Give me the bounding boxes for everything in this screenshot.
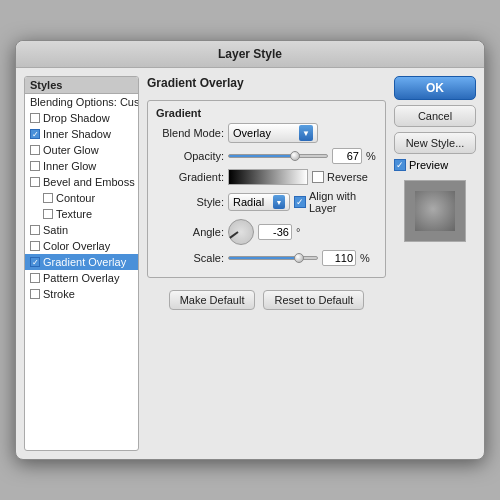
cancel-button[interactable]: Cancel: [394, 105, 476, 127]
styles-label-bevel-emboss: Bevel and Emboss: [43, 176, 135, 188]
opacity-slider[interactable]: [228, 154, 328, 158]
preview-inner: [415, 191, 455, 231]
preview-label: Preview: [409, 159, 448, 171]
blend-mode-arrow: ▼: [299, 125, 313, 141]
checkbox-texture[interactable]: [43, 209, 53, 219]
styles-label-stroke: Stroke: [43, 288, 75, 300]
styles-item-inner-glow[interactable]: Inner Glow: [25, 158, 138, 174]
main-content: Gradient Overlay Gradient Blend Mode: Ov…: [147, 76, 386, 451]
preview-checkbox[interactable]: ✓: [394, 159, 406, 171]
styles-item-contour[interactable]: Contour: [25, 190, 138, 206]
styles-item-stroke[interactable]: Stroke: [25, 286, 138, 302]
opacity-row: Opacity: %: [156, 148, 377, 164]
gradient-section-title: Gradient: [156, 107, 377, 119]
styles-item-pattern-overlay[interactable]: Pattern Overlay: [25, 270, 138, 286]
align-checkbox[interactable]: ✓: [294, 196, 306, 208]
angle-input[interactable]: [258, 224, 292, 240]
styles-item-drop-shadow[interactable]: Drop Shadow: [25, 110, 138, 126]
gradient-section: Gradient Blend Mode: Overlay ▼ Opacity:: [147, 100, 386, 278]
scale-input[interactable]: [322, 250, 356, 266]
scale-percent: %: [360, 252, 370, 264]
opacity-thumb[interactable]: [290, 151, 300, 161]
align-with-layer-label: Align with Layer: [309, 190, 377, 214]
opacity-percent: %: [366, 150, 376, 162]
styles-label-inner-glow: Inner Glow: [43, 160, 96, 172]
styles-item-outer-glow[interactable]: Outer Glow: [25, 142, 138, 158]
styles-item-satin[interactable]: Satin: [25, 222, 138, 238]
ok-button[interactable]: OK: [394, 76, 476, 100]
styles-label-drop-shadow: Drop Shadow: [43, 112, 110, 124]
blend-mode-select[interactable]: Overlay ▼: [228, 123, 318, 143]
styles-label-gradient-overlay: Gradient Overlay: [43, 256, 126, 268]
styles-item-color-overlay[interactable]: Color Overlay: [25, 238, 138, 254]
new-style-button[interactable]: New Style...: [394, 132, 476, 154]
styles-item-texture[interactable]: Texture: [25, 206, 138, 222]
styles-label-contour: Contour: [56, 192, 95, 204]
scale-thumb[interactable]: [294, 253, 304, 263]
style-row: Style: Radial ▼ ✓ Align with Layer: [156, 190, 377, 214]
checkbox-outer-glow[interactable]: [30, 145, 40, 155]
styles-panel: Styles Blending Options: CustomDrop Shad…: [24, 76, 139, 451]
styles-item-gradient-overlay[interactable]: ✓Gradient Overlay: [25, 254, 138, 270]
gradient-row: Gradient: Reverse: [156, 169, 377, 185]
scale-row: Scale: %: [156, 250, 377, 266]
checkbox-drop-shadow[interactable]: [30, 113, 40, 123]
angle-dial[interactable]: [228, 219, 254, 245]
style-label: Style:: [156, 196, 224, 208]
checkbox-bevel-emboss[interactable]: [30, 177, 40, 187]
checkbox-pattern-overlay[interactable]: [30, 273, 40, 283]
right-panel: OK Cancel New Style... ✓ Preview: [394, 76, 476, 451]
checkbox-inner-glow[interactable]: [30, 161, 40, 171]
scale-label: Scale:: [156, 252, 224, 264]
opacity-label: Opacity:: [156, 150, 224, 162]
checkbox-satin[interactable]: [30, 225, 40, 235]
blend-mode-value: Overlay: [233, 127, 271, 139]
make-default-button[interactable]: Make Default: [169, 290, 256, 310]
styles-item-bevel-emboss[interactable]: Bevel and Emboss: [25, 174, 138, 190]
checkbox-inner-shadow[interactable]: ✓: [30, 129, 40, 139]
gradient-swatch[interactable]: [228, 169, 308, 185]
checkbox-gradient-overlay[interactable]: ✓: [30, 257, 40, 267]
blend-mode-label: Blend Mode:: [156, 127, 224, 139]
styles-label-outer-glow: Outer Glow: [43, 144, 99, 156]
styles-label-satin: Satin: [43, 224, 68, 236]
styles-label-blending-options: Blending Options: Custom: [30, 96, 139, 108]
styles-label-inner-shadow: Inner Shadow: [43, 128, 111, 140]
angle-label: Angle:: [156, 226, 224, 238]
styles-header: Styles: [25, 77, 138, 94]
angle-line: [229, 231, 238, 238]
reverse-label: Reverse: [327, 171, 368, 183]
style-arrow: ▼: [273, 195, 285, 209]
scale-slider[interactable]: [228, 256, 318, 260]
checkbox-contour[interactable]: [43, 193, 53, 203]
align-checkbox-label[interactable]: ✓ Align with Layer: [294, 190, 377, 214]
checkbox-color-overlay[interactable]: [30, 241, 40, 251]
styles-label-texture: Texture: [56, 208, 92, 220]
style-value: Radial: [233, 196, 264, 208]
angle-degrees: °: [296, 226, 300, 238]
angle-row: Angle: °: [156, 219, 377, 245]
styles-item-inner-shadow[interactable]: ✓Inner Shadow: [25, 126, 138, 142]
style-select[interactable]: Radial ▼: [228, 193, 290, 211]
dialog-title: Layer Style: [16, 41, 484, 68]
styles-label-pattern-overlay: Pattern Overlay: [43, 272, 119, 284]
reverse-checkbox-label[interactable]: Reverse: [312, 171, 368, 183]
reverse-checkbox[interactable]: [312, 171, 324, 183]
layer-style-dialog: Layer Style Styles Blending Options: Cus…: [15, 40, 485, 460]
styles-label-color-overlay: Color Overlay: [43, 240, 110, 252]
action-buttons: Make Default Reset to Default: [147, 290, 386, 310]
styles-item-blending-options[interactable]: Blending Options: Custom: [25, 94, 138, 110]
checkbox-stroke[interactable]: [30, 289, 40, 299]
reset-to-default-button[interactable]: Reset to Default: [263, 290, 364, 310]
preview-checkbox-label[interactable]: ✓ Preview: [394, 159, 476, 171]
opacity-input[interactable]: [332, 148, 362, 164]
section-title: Gradient Overlay: [147, 76, 386, 90]
blend-mode-row: Blend Mode: Overlay ▼: [156, 123, 377, 143]
preview-box: [404, 180, 466, 242]
gradient-label: Gradient:: [156, 171, 224, 183]
